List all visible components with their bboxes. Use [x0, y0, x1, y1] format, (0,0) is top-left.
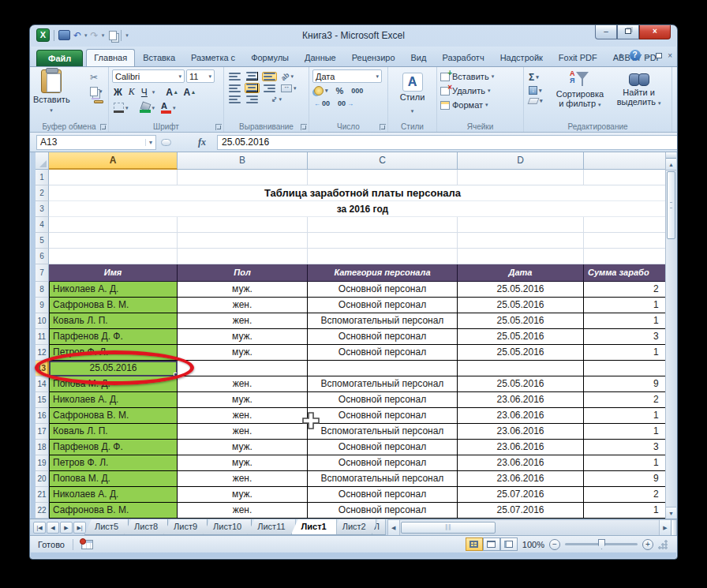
cell-gender[interactable]: муж. — [178, 392, 308, 408]
underline-button[interactable]: Ч — [140, 86, 149, 99]
paste-dropdown-icon[interactable]: ▾ — [50, 107, 53, 113]
cell-gender[interactable]: жен. — [178, 503, 308, 519]
increase-decimal-button[interactable]: ←00 — [312, 99, 331, 108]
sheet-tab-list10[interactable]: Лист10 — [203, 519, 252, 535]
cell-category[interactable]: Основной персонал — [308, 345, 458, 361]
number-dialog-launcher-icon[interactable] — [380, 124, 386, 130]
clear-button[interactable]: ▾ — [527, 97, 551, 105]
fill-button[interactable]: ↓▾ — [527, 85, 551, 96]
workbook-minimize-icon[interactable]: – — [646, 51, 651, 60]
cell-category[interactable]: Основной персонал — [308, 408, 458, 424]
cell-name[interactable]: Николаев А. Д. — [49, 282, 178, 298]
cell-sum[interactable]: 2 — [584, 487, 676, 503]
name-box-dropdown-icon[interactable]: ▾ — [145, 139, 152, 146]
thousands-separator-button[interactable]: 000 — [350, 86, 365, 96]
column-header-a[interactable]: A — [49, 152, 178, 170]
row-header[interactable]: 2 — [36, 185, 49, 201]
cell[interactable] — [584, 249, 676, 264]
underline-dropdown-icon[interactable]: ▾ — [152, 89, 155, 96]
cell-sum[interactable]: 1 — [584, 503, 676, 519]
cell-date[interactable] — [458, 361, 584, 376]
align-middle-button[interactable] — [245, 71, 260, 81]
sheet-tab-list8[interactable]: Лист8 — [124, 519, 168, 535]
prev-sheet-icon[interactable]: ◀ — [47, 522, 59, 534]
cell[interactable] — [178, 170, 308, 185]
autosum-button[interactable]: Σ▾ — [527, 71, 551, 84]
cell-name[interactable]: Николаев А. Д. — [49, 392, 178, 408]
tab-foxit-pdf[interactable]: Foxit PDF — [551, 49, 605, 66]
cell-styles-button[interactable]: А Стили ▾ — [391, 69, 433, 116]
row-header[interactable]: 6 — [36, 249, 49, 264]
delete-cells-button[interactable]: Удалить▾ — [440, 84, 520, 98]
cell-category[interactable]: Основной персонал — [308, 282, 458, 298]
column-header-e[interactable] — [584, 152, 676, 170]
find-select-button[interactable]: Найти и выделить ▾ — [609, 69, 668, 120]
resize-grip[interactable] — [658, 540, 668, 549]
cell-name[interactable]: Парфенов Д. Ф. — [49, 440, 178, 455]
table-header-name[interactable]: Имя — [49, 264, 178, 282]
cell-sum[interactable]: 2 — [584, 282, 676, 298]
cell-category[interactable]: Основной персонал — [308, 487, 458, 503]
font-dialog-launcher-icon[interactable] — [215, 124, 222, 130]
row-header[interactable]: 15 — [36, 392, 49, 408]
sheet-tab-list5[interactable]: Лист5 — [84, 519, 129, 535]
scroll-up-icon[interactable]: ▲ — [666, 159, 676, 170]
next-sheet-icon[interactable]: ▶ — [60, 522, 73, 534]
row-header[interactable]: 22 — [36, 503, 49, 519]
cut-button[interactable]: ✂ — [88, 71, 105, 84]
page-layout-view-button[interactable] — [483, 537, 500, 551]
last-sheet-icon[interactable]: ▶| — [73, 522, 86, 534]
decrease-font-button[interactable]: А — [182, 86, 196, 99]
minimize-button[interactable]: – — [595, 25, 617, 39]
restore-button[interactable] — [617, 25, 639, 39]
cell-category[interactable] — [308, 361, 458, 376]
vertical-scrollbar[interactable]: ▲ ▼ — [665, 152, 676, 519]
cell-date[interactable]: 23.06.2016 — [458, 424, 584, 440]
name-box[interactable]: A13 ▾ — [36, 135, 156, 150]
zoom-level-label[interactable]: 100% — [522, 540, 544, 549]
first-sheet-icon[interactable]: |◀ — [33, 522, 46, 534]
tab-addins[interactable]: Надстройк — [492, 49, 551, 66]
cell-date[interactable]: 23.06.2016 — [458, 471, 584, 487]
scroll-right-icon[interactable]: ▶ — [659, 520, 671, 535]
cell-category[interactable]: Вспомогательный персонал — [308, 424, 458, 440]
tab-developer[interactable]: Разработч — [434, 49, 492, 66]
tab-view[interactable]: Вид — [403, 49, 435, 66]
help-icon[interactable]: ? — [630, 50, 641, 61]
cell[interactable] — [178, 233, 308, 249]
sort-filter-button[interactable]: АЯ Сортировка и фильтр ▾ — [551, 69, 610, 120]
italic-button[interactable]: К — [127, 85, 137, 99]
copy-button[interactable]: ▾ — [88, 86, 105, 97]
cell[interactable] — [49, 217, 178, 233]
row-header[interactable]: 3 — [36, 201, 49, 217]
horizontal-scrollbar[interactable]: ◀ ▶ — [387, 519, 677, 535]
zoom-in-button[interactable]: + — [642, 539, 653, 550]
scroll-left-icon[interactable]: ◀ — [388, 520, 400, 535]
table-header-category[interactable]: Категория персонала — [308, 264, 458, 282]
tab-page-layout[interactable]: Разметка с — [183, 49, 243, 66]
cell-category[interactable]: Основной персонал — [308, 298, 458, 313]
cell-gender[interactable]: жен. — [178, 424, 308, 440]
sheet-tab-list9[interactable]: Лист9 — [163, 519, 208, 535]
cell-sum[interactable]: 2 — [584, 392, 676, 408]
cell[interactable] — [584, 170, 676, 185]
cell-gender[interactable] — [178, 361, 308, 376]
row-header[interactable]: 20 — [36, 471, 49, 487]
accounting-format-button[interactable]: ▾ — [312, 85, 330, 96]
align-left-button[interactable] — [227, 84, 242, 93]
cell-date[interactable]: 25.05.2016 — [458, 329, 584, 345]
row-header[interactable]: 11 — [36, 329, 49, 345]
cell-gender[interactable]: жен. — [178, 376, 308, 392]
cell-name[interactable]: Сафронова В. М. — [49, 298, 178, 313]
cell-date[interactable]: 23.06.2016 — [458, 408, 584, 424]
cell-sum[interactable]: 1 — [584, 424, 676, 440]
workbook-close-icon[interactable]: × — [668, 51, 672, 60]
cell-sum[interactable]: 9 — [584, 376, 676, 392]
cell[interactable] — [178, 249, 308, 264]
cell-gender[interactable]: жен. — [178, 313, 308, 329]
clipboard-dialog-launcher-icon[interactable] — [100, 124, 107, 130]
align-center-button[interactable] — [245, 83, 260, 93]
namebox-resize-handle[interactable] — [161, 139, 171, 146]
row-header[interactable]: 4 — [36, 217, 49, 233]
cell-gender[interactable]: муж. — [178, 282, 308, 298]
